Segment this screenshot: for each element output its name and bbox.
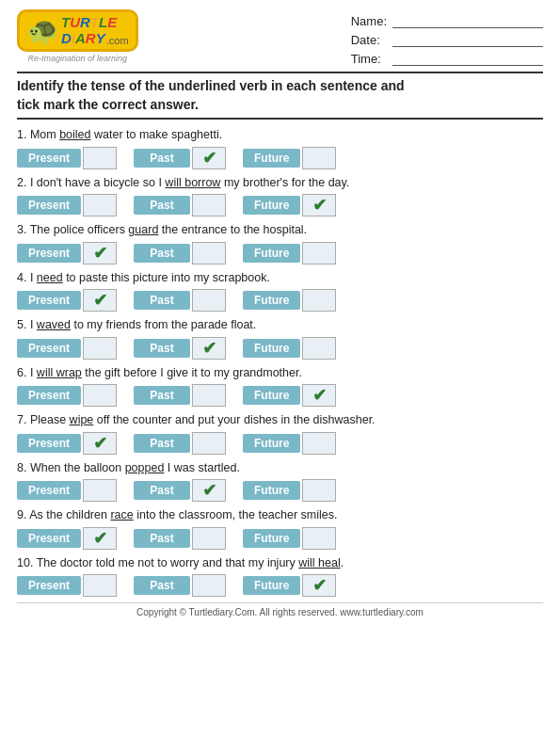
question-num-3: 3. [17, 223, 30, 236]
question-block-8: 8. When the balloon popped I was startle… [17, 460, 543, 503]
answer-group-4-2: Future [243, 289, 336, 312]
question-text-4: 4. I need to paste this picture into my … [17, 270, 543, 287]
question-block-6: 6. I will wrap the gift before I give it… [17, 365, 543, 408]
answer-label-1-0: Present [17, 149, 81, 168]
answer-box-9-0[interactable]: ✔ [83, 527, 117, 550]
answer-group-9-2: Future [243, 527, 336, 550]
question-num-4: 4. [17, 271, 30, 284]
question-part-8-1: popped [125, 461, 165, 474]
answer-box-9-2[interactable] [302, 527, 336, 550]
answer-group-1-1: Past✔ [134, 147, 226, 169]
answer-label-7-1: Past [134, 434, 190, 453]
answer-box-4-2[interactable] [302, 289, 336, 312]
header: 🐢 T U R T L E D I A R Y [17, 9, 543, 66]
answer-box-10-0[interactable] [83, 574, 117, 597]
answer-group-1-2: Future [243, 147, 336, 169]
logo-letter-r: R [80, 15, 90, 31]
answer-group-8-0: Present [17, 479, 117, 502]
question-part-4-2: to paste this picture into my scrapbook. [63, 271, 270, 284]
checkmark-7-0: ✔ [93, 435, 107, 452]
question-text-3: 3. The police officers guard the entranc… [17, 222, 543, 239]
date-label: Date: [351, 33, 387, 47]
answer-box-6-1[interactable] [192, 384, 226, 407]
question-block-4: 4. I need to paste this picture into my … [17, 270, 543, 312]
checkmark-10-2: ✔ [312, 577, 327, 594]
question-part-9-1: race [110, 508, 133, 521]
answer-group-2-0: Present [17, 194, 117, 216]
answer-group-10-2: Future✔ [243, 574, 336, 597]
question-text-8: 8. When the balloon popped I was startle… [17, 460, 543, 477]
question-num-8: 8. [17, 461, 30, 474]
logo-box: 🐢 T U R T L E D I A R Y [17, 9, 138, 52]
checkmark-6-2: ✔ [312, 387, 327, 404]
answer-box-3-0[interactable]: ✔ [83, 242, 117, 264]
answer-group-8-1: Past✔ [134, 479, 226, 502]
answer-box-2-1[interactable] [192, 194, 226, 216]
answer-box-8-0[interactable] [83, 479, 117, 502]
answer-box-3-2[interactable] [302, 242, 336, 264]
answer-row-8: PresentPast✔Future [17, 479, 543, 502]
time-label: Time: [351, 52, 387, 66]
questions-container: 1. Mom boiled water to make spaghetti.Pr… [17, 127, 543, 597]
logo-letter-t: T [61, 15, 70, 31]
question-num-10: 10. [17, 556, 37, 569]
answer-box-8-2[interactable] [302, 479, 336, 502]
checkmark-1-1: ✔ [202, 150, 216, 167]
answer-label-9-0: Present [17, 529, 81, 548]
answer-label-6-1: Past [134, 386, 190, 405]
answer-row-3: Present✔PastFuture [17, 242, 543, 264]
logo-letter-e: E [107, 15, 117, 31]
answer-box-1-1[interactable]: ✔ [192, 147, 226, 169]
question-part-10-2: . [341, 556, 344, 569]
logo-letter-y: Y [96, 31, 105, 47]
answer-box-2-2[interactable]: ✔ [302, 194, 336, 216]
answer-box-5-1[interactable]: ✔ [192, 337, 226, 360]
answer-box-6-0[interactable] [83, 384, 117, 407]
answer-box-5-0[interactable] [83, 337, 117, 360]
answer-group-2-2: Future✔ [243, 194, 336, 216]
answer-box-6-2[interactable]: ✔ [302, 384, 336, 407]
question-part-3-2: the entrance to the hospital. [158, 223, 307, 236]
answer-box-10-1[interactable] [192, 574, 226, 597]
answer-label-3-0: Present [17, 244, 81, 263]
answer-group-4-1: Past [134, 289, 226, 312]
question-part-3-0: The police officers [30, 223, 129, 236]
question-block-9: 9. As the children race into the classro… [17, 507, 543, 550]
answer-label-8-2: Future [243, 481, 300, 500]
answer-box-1-0[interactable] [83, 147, 117, 169]
answer-box-7-1[interactable] [192, 432, 226, 455]
question-block-5: 5. I waved to my friends from the parade… [17, 317, 543, 360]
answer-box-8-1[interactable]: ✔ [192, 479, 226, 502]
answer-group-7-1: Past [134, 432, 226, 455]
answer-label-5-1: Past [134, 339, 190, 358]
answer-label-9-2: Future [243, 529, 300, 548]
checkmark-5-1: ✔ [202, 340, 216, 357]
answer-box-5-2[interactable] [302, 337, 336, 360]
question-part-3-1: guard [128, 223, 158, 236]
question-text-10: 10. The doctor told me not to worry and … [17, 555, 543, 572]
question-part-10-1: will heal [298, 556, 340, 569]
title-line2: tick mark the correct answer. [17, 97, 199, 112]
answer-box-9-1[interactable] [192, 527, 226, 550]
turtle-icon: 🐢 [26, 18, 59, 44]
question-block-1: 1. Mom boiled water to make spaghetti.Pr… [17, 127, 543, 169]
answer-box-4-0[interactable]: ✔ [83, 289, 117, 312]
question-part-5-1: waved [37, 318, 71, 331]
answer-box-4-1[interactable] [192, 289, 226, 312]
question-part-6-2: the gift before I give it to my grandmot… [82, 366, 302, 379]
question-part-7-2: off the counter and put your dishes in t… [93, 413, 375, 426]
answer-box-2-0[interactable] [83, 194, 117, 216]
question-part-7-0: Please [30, 413, 70, 426]
answer-box-7-0[interactable]: ✔ [83, 432, 117, 455]
answer-box-10-2[interactable]: ✔ [302, 574, 336, 597]
answer-row-7: Present✔PastFuture [17, 432, 543, 455]
answer-box-7-2[interactable] [302, 432, 336, 455]
logo-letter-r2: R [86, 31, 96, 47]
question-block-2: 2. I don't have a bicycle so I will borr… [17, 175, 543, 217]
answer-box-1-2[interactable] [302, 147, 336, 169]
answer-group-9-1: Past [134, 527, 226, 550]
question-text-2: 2. I don't have a bicycle so I will borr… [17, 175, 543, 192]
answer-label-8-0: Present [17, 481, 81, 500]
answer-box-3-1[interactable] [192, 242, 226, 264]
time-input-line [392, 51, 543, 66]
